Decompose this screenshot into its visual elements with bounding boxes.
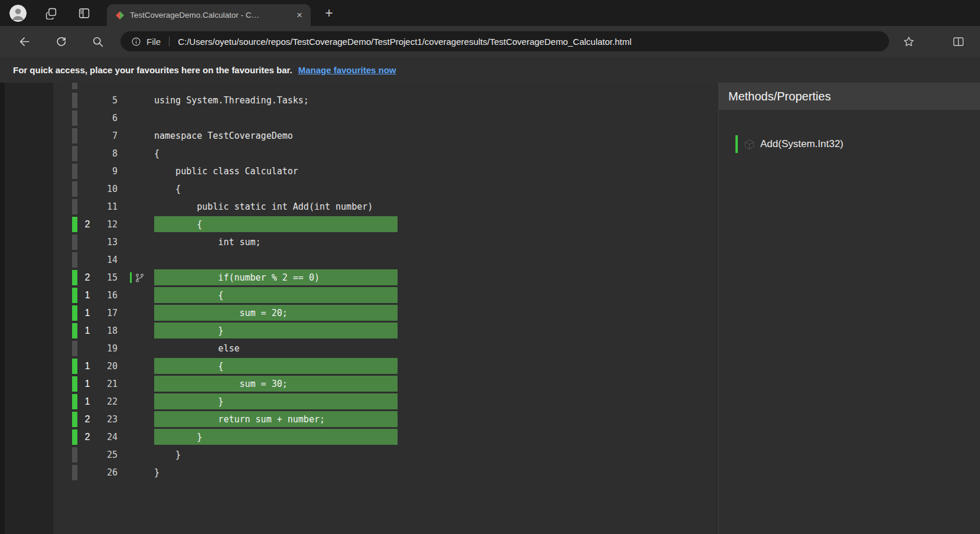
profile-avatar[interactable] bbox=[9, 5, 27, 22]
code-line-row: 223 return sum + number; bbox=[72, 411, 398, 428]
line-number: 26 bbox=[97, 464, 125, 481]
branch-cell bbox=[125, 180, 154, 198]
tab-close-button[interactable]: × bbox=[293, 9, 306, 22]
branch-cell bbox=[125, 216, 154, 233]
hit-count: 1 bbox=[77, 304, 97, 322]
line-number: 14 bbox=[97, 251, 125, 269]
code-text: using System.Threading.Tasks; bbox=[154, 92, 398, 109]
branch-cell bbox=[125, 145, 154, 162]
coverage-indicator-cell bbox=[72, 286, 77, 304]
branch-indicator bbox=[125, 269, 154, 286]
line-number: 23 bbox=[97, 411, 125, 428]
branch-cell bbox=[125, 304, 154, 322]
back-arrow-icon bbox=[18, 35, 31, 48]
code-text: public class Calculator bbox=[154, 162, 398, 180]
code-line-row: 25 } bbox=[72, 446, 398, 464]
hit-count bbox=[77, 446, 97, 464]
window-edge-strip bbox=[0, 83, 5, 534]
code-text: return sum + number; bbox=[154, 411, 398, 428]
refresh-button[interactable] bbox=[51, 31, 71, 51]
line-number: 11 bbox=[97, 198, 125, 216]
uncovered-line-indicator bbox=[72, 93, 77, 108]
line-number: 20 bbox=[97, 357, 125, 375]
branch-cell bbox=[125, 251, 154, 269]
hit-count: 1 bbox=[77, 357, 97, 375]
methods-list: Add(System.Int32) bbox=[719, 135, 980, 154]
branch-cell bbox=[125, 446, 154, 464]
code-line-row: 7namespace TestCoverageDemo bbox=[72, 127, 398, 145]
workspaces-icon bbox=[45, 7, 57, 19]
line-number: 22 bbox=[97, 393, 125, 411]
hit-count bbox=[77, 198, 97, 216]
coverage-indicator-cell bbox=[72, 411, 77, 428]
vertical-tabs-button[interactable] bbox=[74, 3, 94, 23]
covered-line-indicator bbox=[72, 429, 77, 445]
branch-coverage-bar bbox=[130, 272, 132, 283]
coverage-indicator-cell bbox=[72, 198, 77, 216]
hit-count bbox=[77, 109, 97, 127]
coverage-indicator-cell bbox=[72, 127, 77, 145]
code-text: { bbox=[154, 145, 398, 162]
favourites-bar: For quick access, place your favourites … bbox=[0, 57, 980, 83]
method-label: Add(System.Int32) bbox=[760, 138, 844, 150]
code-text bbox=[154, 251, 398, 269]
hit-count bbox=[77, 162, 97, 180]
hit-count: 2 bbox=[77, 216, 97, 233]
coverage-indicator-cell bbox=[72, 251, 77, 269]
code-text: sum = 30; bbox=[154, 375, 398, 393]
code-line-row: 8{ bbox=[72, 145, 398, 162]
branch-cell bbox=[125, 198, 154, 216]
coverage-indicator-cell bbox=[72, 92, 77, 109]
browser-tab[interactable]: TestCoverageDemo.Calculator - C… × bbox=[107, 4, 311, 26]
uncovered-line-indicator bbox=[72, 164, 77, 179]
branch-cell bbox=[125, 269, 154, 286]
code-viewer: 5using System.Threading.Tasks;67namespac… bbox=[72, 83, 398, 481]
branch-cell bbox=[125, 375, 154, 393]
branch-cell bbox=[125, 340, 154, 357]
coverage-indicator-cell bbox=[72, 393, 77, 411]
coverage-indicator-cell bbox=[72, 428, 77, 446]
uncovered-line-indicator bbox=[72, 447, 77, 463]
hit-count: 1 bbox=[77, 286, 97, 304]
info-icon bbox=[131, 37, 141, 47]
method-item[interactable]: Add(System.Int32) bbox=[735, 135, 980, 154]
hit-count: 2 bbox=[77, 428, 97, 446]
url-text[interactable]: C:/Users/oyetu/source/repos/TestCoverage… bbox=[178, 37, 631, 47]
code-text: } bbox=[154, 428, 398, 446]
search-button[interactable] bbox=[87, 31, 108, 51]
workspaces-button[interactable] bbox=[41, 3, 61, 23]
code-line-row: 5using System.Threading.Tasks; bbox=[72, 92, 398, 109]
star-icon bbox=[903, 35, 915, 48]
manage-favourites-link[interactable]: Manage favourites now bbox=[298, 65, 396, 75]
covered-line-indicator bbox=[72, 412, 77, 427]
hit-count bbox=[77, 145, 97, 162]
browser-titlebar: TestCoverageDemo.Calculator - C… × + bbox=[0, 0, 980, 26]
hit-count bbox=[77, 251, 97, 269]
line-number: 6 bbox=[97, 109, 125, 127]
covered-line-indicator bbox=[72, 394, 77, 409]
coverage-indicator-cell bbox=[72, 446, 77, 464]
code-line-row: 14 bbox=[72, 251, 398, 269]
new-tab-button[interactable]: + bbox=[320, 4, 338, 22]
add-favourite-button[interactable] bbox=[898, 31, 919, 51]
uncovered-line-indicator bbox=[72, 199, 77, 214]
branch-cell bbox=[125, 322, 154, 340]
branch-cell bbox=[125, 127, 154, 145]
line-number: 12 bbox=[97, 216, 125, 233]
code-text: } bbox=[154, 446, 398, 464]
uncovered-line-indicator bbox=[72, 110, 77, 126]
branch-cell bbox=[125, 83, 154, 92]
covered-line-indicator bbox=[72, 270, 77, 285]
hit-count bbox=[77, 340, 97, 357]
split-screen-button[interactable] bbox=[948, 31, 968, 51]
code-text: { bbox=[154, 357, 398, 375]
line-number: 7 bbox=[97, 127, 125, 145]
code-text bbox=[154, 109, 398, 127]
address-bar[interactable]: File C:/Users/oyetu/source/repos/TestCov… bbox=[121, 31, 889, 51]
covered-line-indicator bbox=[72, 323, 77, 338]
line-number: 9 bbox=[97, 162, 125, 180]
back-button[interactable] bbox=[14, 31, 34, 51]
hit-count bbox=[77, 233, 97, 251]
split-screen-icon bbox=[952, 35, 965, 48]
coverage-indicator-cell bbox=[72, 322, 77, 340]
